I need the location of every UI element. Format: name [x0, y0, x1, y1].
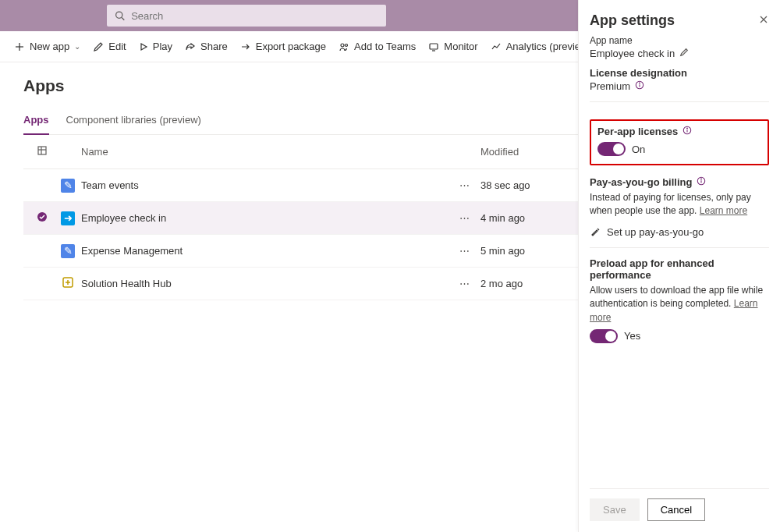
svg-line-1 [122, 17, 124, 20]
close-icon [758, 14, 769, 25]
column-select-header[interactable] [23, 145, 61, 158]
app-name-cell[interactable]: Expense Management [81, 245, 449, 257]
app-name-value: Employee check in [590, 48, 675, 59]
play-icon [139, 42, 148, 51]
wand-icon [590, 226, 601, 237]
check-circle-icon [37, 211, 48, 222]
app-name-cell[interactable]: Employee check in [81, 212, 449, 224]
license-designation-value: Premium [590, 80, 630, 92]
play-label: Play [153, 41, 172, 52]
divider [590, 101, 769, 102]
info-icon [697, 176, 706, 186]
cancel-button[interactable]: Cancel [647, 498, 705, 521]
monitor-button[interactable]: Monitor [428, 41, 477, 52]
row-more-button[interactable]: ⋯ [449, 212, 480, 224]
svg-rect-11 [38, 147, 46, 154]
app-name-cell[interactable]: Team events [81, 179, 449, 191]
panel-title: App settings [590, 12, 675, 29]
svg-marker-5 [141, 44, 147, 50]
app-name-cell[interactable]: Solution Health Hub [81, 278, 449, 289]
preload-title: Preload app for enhanced performance [590, 257, 769, 281]
row-select[interactable] [23, 211, 61, 225]
app-icon: ✎ [61, 244, 75, 258]
search-icon [115, 10, 125, 21]
edit-app-name-button[interactable] [679, 48, 689, 59]
col-name[interactable]: Name [81, 146, 449, 158]
export-icon [240, 41, 251, 52]
app-icon-cell: ✎ [61, 244, 81, 258]
edit-button[interactable]: Edit [93, 41, 126, 52]
analytics-icon [491, 41, 502, 52]
analytics-button[interactable]: Analytics (preview) [491, 41, 591, 52]
row-more-button[interactable]: ⋯ [449, 245, 480, 257]
svg-point-23 [687, 128, 688, 129]
preload-toggle[interactable] [590, 329, 618, 343]
per-app-licenses-title: Per-app licenses [597, 126, 678, 137]
per-app-licenses-toggle[interactable] [597, 142, 626, 156]
share-icon [185, 41, 196, 52]
search-box[interactable] [107, 5, 386, 27]
app-icon-cell: ✎ [61, 179, 81, 193]
app-icon-cell [61, 275, 81, 292]
license-info-button[interactable] [635, 80, 644, 92]
license-designation-label: License designation [590, 67, 769, 79]
svg-point-6 [341, 44, 344, 47]
chevron-down-icon: ⌄ [74, 42, 80, 51]
monitor-label: Monitor [444, 41, 477, 52]
view-icon [37, 145, 48, 156]
per-app-licenses-state: On [632, 144, 645, 155]
svg-point-20 [640, 83, 640, 83]
new-app-label: New app [30, 41, 69, 52]
monitor-icon [428, 41, 439, 52]
setup-payg-button[interactable]: Set up pay-as-you-go [590, 226, 769, 238]
payg-learn-more-link[interactable]: Learn more [700, 205, 747, 216]
save-button[interactable]: Save [590, 498, 640, 521]
svg-point-7 [346, 44, 348, 46]
preload-state: Yes [624, 330, 640, 342]
search-input[interactable] [131, 10, 378, 22]
divider [590, 247, 769, 248]
tab-component-libraries[interactable]: Component libraries (preview) [66, 108, 201, 134]
info-icon [682, 126, 692, 135]
close-button[interactable] [758, 14, 769, 27]
app-name-label: App name [590, 35, 769, 46]
export-label: Export package [256, 41, 326, 52]
pencil-icon [93, 41, 104, 52]
plus-icon [14, 41, 25, 52]
svg-rect-8 [430, 44, 438, 49]
new-app-button[interactable]: New app ⌄ [14, 41, 80, 52]
svg-point-0 [116, 12, 122, 18]
app-icon-cell: ➜ [61, 211, 81, 225]
app-settings-panel: App settings App name Employee check in … [578, 0, 780, 532]
row-more-button[interactable]: ⋯ [449, 179, 480, 191]
info-icon [635, 80, 644, 90]
teams-icon [339, 41, 349, 52]
setup-payg-label: Set up pay-as-you-go [607, 226, 704, 238]
edit-label: Edit [108, 41, 126, 52]
export-button[interactable]: Export package [240, 41, 326, 52]
play-button[interactable]: Play [139, 41, 172, 52]
health-icon [61, 275, 75, 289]
row-more-button[interactable]: ⋯ [449, 278, 480, 289]
payg-title: Pay-as-you-go billing [590, 176, 692, 188]
tab-apps[interactable]: Apps [23, 108, 49, 135]
app-icon: ➜ [61, 211, 75, 225]
add-to-teams-button[interactable]: Add to Teams [339, 41, 416, 52]
teams-label: Add to Teams [354, 41, 416, 52]
per-app-licenses-highlight: Per-app licenses On [590, 119, 769, 165]
svg-point-26 [701, 179, 702, 179]
pencil-icon [679, 48, 689, 57]
share-button[interactable]: Share [185, 41, 228, 52]
per-app-info-button[interactable] [682, 126, 692, 137]
share-label: Share [200, 41, 228, 52]
payg-info-button[interactable] [697, 176, 706, 188]
app-icon: ✎ [61, 179, 75, 193]
